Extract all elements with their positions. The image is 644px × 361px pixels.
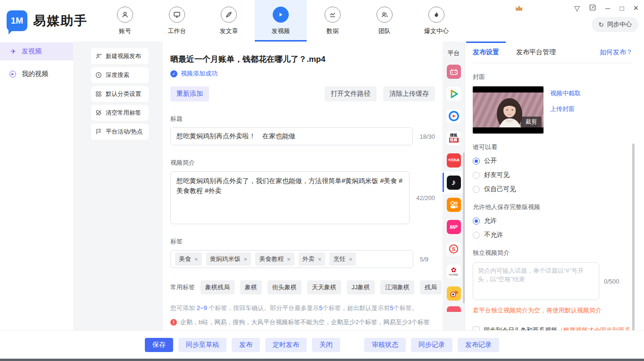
- how-to-publish-link[interactable]: 如何发布？: [600, 48, 633, 57]
- action-label: 清空常用标签: [106, 109, 141, 117]
- publish-records-button[interactable]: 发布记录: [458, 338, 499, 352]
- sidebar-item-publish-video[interactable]: ✈ 发视频: [0, 42, 73, 60]
- clear-common-tags-button[interactable]: 清空常用标签: [91, 105, 149, 121]
- tags-counter: 5/9: [420, 256, 428, 263]
- platform-meipai[interactable]: MP: [443, 216, 465, 238]
- radio-public[interactable]: 公开: [473, 157, 633, 165]
- description-textarea[interactable]: 想吃黄焖鸡别再点外卖了，我们在家也能做，方法很简单#黄焖鸡米饭 #美食 #美食教…: [170, 171, 410, 224]
- feather-pen-icon: [221, 7, 237, 23]
- platform-huawei[interactable]: ✿ HUAWEI: [443, 260, 465, 282]
- panel-scrollbar[interactable]: [632, 143, 635, 330]
- sync-center-button[interactable]: ↻ 同步中心: [592, 17, 638, 32]
- close-icon[interactable]: ×: [633, 4, 638, 12]
- clear-upload-cache-button[interactable]: 清除上传缓存: [383, 86, 435, 101]
- platform-tencent-video[interactable]: [443, 83, 465, 105]
- platform-bilibili[interactable]: [443, 60, 465, 83]
- nav-data[interactable]: 数据: [307, 0, 359, 42]
- tencent-video-icon: [447, 87, 461, 101]
- main-nav: 账号 工作台 发文章 发视频: [99, 0, 462, 42]
- flag-icon: [95, 128, 102, 135]
- platform-douyin[interactable]: ♪: [443, 171, 465, 193]
- independent-desc-counter: 0/500: [604, 278, 619, 285]
- refresh-icon: ↻: [598, 21, 604, 28]
- platform-sohu-video[interactable]: 搜狐 视频: [443, 127, 465, 149]
- independent-desc-textarea[interactable]: [473, 262, 599, 300]
- deep-search-button[interactable]: 深度搜索: [91, 67, 149, 83]
- sidebar-item-my-videos[interactable]: ▶ 我的视频: [0, 65, 73, 83]
- app-logo-icon: 1M: [7, 10, 27, 31]
- window-controls: ▽ ─ □ ×: [516, 4, 638, 12]
- open-file-path-button[interactable]: 打开文件路径: [325, 86, 376, 101]
- remove-tag-icon[interactable]: ×: [287, 256, 291, 263]
- dropdown-caret-icon[interactable]: ▽: [574, 5, 580, 12]
- upload-cover-link[interactable]: 上传封面: [550, 105, 581, 113]
- tab-platform-manage[interactable]: 发布平台管理: [516, 42, 556, 63]
- capture-from-video-link[interactable]: 视频中截取: [550, 89, 581, 98]
- nav-account[interactable]: 账号: [99, 0, 151, 42]
- common-tag[interactable]: 街头象棋: [268, 280, 301, 294]
- independent-desc-note: 若平台独立视频简介为空，将使用默认视频简介: [473, 306, 633, 315]
- nav-hot-center[interactable]: 爆文中心: [410, 0, 462, 42]
- user-icon: [117, 7, 133, 23]
- common-tag[interactable]: 象棋: [240, 280, 262, 294]
- actions-column: 新建视频发布 深度搜索 默认分类设置 清空常用标签 平台活动/热点: [73, 42, 163, 330]
- review-status-button[interactable]: 审核状态: [364, 338, 406, 352]
- common-tag[interactable]: 象棋残局: [201, 280, 234, 294]
- scheduled-publish-button[interactable]: 定时发布: [265, 338, 307, 352]
- default-category-button[interactable]: 默认分类设置: [91, 86, 149, 102]
- platform-haokan-video[interactable]: [443, 105, 465, 127]
- common-tag[interactable]: 残局: [420, 280, 442, 294]
- radio-icon: [473, 172, 480, 179]
- platform-sina[interactable]: S: [443, 238, 465, 260]
- grid-icon: [95, 91, 102, 97]
- tray-app-icon[interactable]: [516, 6, 522, 11]
- nav-team[interactable]: 团队: [359, 0, 410, 42]
- remove-tag-icon[interactable]: ×: [349, 256, 352, 263]
- platform-weibo[interactable]: [443, 282, 465, 304]
- crop-button[interactable]: 裁剪: [521, 117, 542, 127]
- platform-partial-icon[interactable]: [447, 306, 461, 312]
- remove-tag-icon[interactable]: ×: [244, 256, 248, 263]
- platform-kuaishou[interactable]: [443, 193, 465, 216]
- title-input[interactable]: [170, 127, 413, 145]
- sync-records-button[interactable]: 同步记录: [411, 338, 452, 352]
- common-tag[interactable]: 天天象棋: [307, 280, 341, 294]
- nav-label: 账号: [119, 27, 131, 35]
- common-tag[interactable]: JJ象棋: [347, 280, 375, 294]
- save-button[interactable]: 保存: [145, 338, 173, 352]
- re-add-button[interactable]: 重新添加: [170, 86, 209, 101]
- sync-toutiao-checkbox[interactable]: 同步到今日头条和西瓜视频（横屏视频才会同步到西瓜视频）: [473, 326, 633, 330]
- remove-tag-icon[interactable]: ×: [318, 256, 322, 263]
- publish-button[interactable]: 发布: [232, 338, 260, 352]
- platform-activity-button[interactable]: 平台活动/热点: [91, 124, 149, 140]
- sync-center-label: 同步中心: [607, 20, 632, 29]
- radio-disallow[interactable]: 不允许: [473, 231, 633, 239]
- radio-private[interactable]: 仅自己可见: [473, 185, 633, 193]
- toutiao-icon: 今日头条: [447, 153, 461, 168]
- tab-publish-settings[interactable]: 发布设置: [473, 42, 499, 63]
- common-tag[interactable]: 江湖象棋: [380, 280, 414, 294]
- maximize-icon[interactable]: □: [619, 5, 624, 12]
- tag-chip: 黄焖鸡米饭×: [206, 252, 251, 266]
- nav-publish-video[interactable]: 发视频: [255, 0, 307, 42]
- nav-workbench[interactable]: 工作台: [151, 0, 203, 42]
- allow-save-label: 允许他人保存完整版视频: [473, 203, 633, 211]
- app-window: 1M 易媒助手 账号 工作台 发文章: [0, 0, 644, 361]
- nav-label: 团队: [378, 27, 391, 35]
- cover-thumbnail[interactable]: 裁剪: [473, 86, 544, 134]
- tags-input[interactable]: 美食× 黄焖鸡米饭× 美食教程× 外卖× 烹饪×: [170, 250, 413, 268]
- platform-toutiao[interactable]: 今日头条: [443, 149, 465, 171]
- minimize-icon[interactable]: ─: [605, 5, 611, 12]
- remove-tag-icon[interactable]: ×: [194, 256, 198, 263]
- description-counter: 42/200: [416, 194, 435, 201]
- nav-publish-article[interactable]: 发文章: [203, 0, 255, 42]
- radio-friends-only[interactable]: 好友可见: [473, 171, 633, 179]
- feedback-icon[interactable]: [589, 4, 596, 12]
- radio-allow[interactable]: 允许: [473, 217, 633, 225]
- new-video-publish-button[interactable]: 新建视频发布: [91, 48, 149, 64]
- nav-label: 爆文中心: [424, 27, 449, 35]
- close-button[interactable]: 关闭: [312, 338, 340, 352]
- sync-to-draft-button[interactable]: 同步至草稿: [178, 338, 226, 352]
- tags-warning: ! 企鹅，b站，网易，搜狗，大风平台视频标签不能为空，企鹅至少2个标签，网易至少…: [170, 318, 435, 327]
- video-filename: 晒最近一个月账单，钱都花在哪儿了？.mp4: [170, 54, 435, 65]
